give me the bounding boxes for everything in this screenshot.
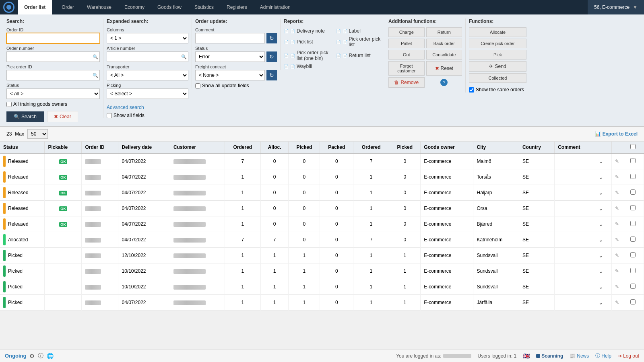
row-checkbox[interactable] [630, 237, 636, 242]
cell-checkbox[interactable] [627, 295, 644, 311]
comment-refresh-button[interactable]: ↻ [266, 33, 277, 43]
allocate-button[interactable]: Allocate [469, 27, 526, 37]
globe-icon[interactable]: 🌐 [47, 353, 54, 359]
show-same-orders-checkbox[interactable] [469, 87, 474, 93]
cell-edit[interactable]: ✎ [612, 263, 627, 279]
cell-edit[interactable]: ✎ [612, 185, 627, 201]
edit-icon[interactable]: ✎ [615, 174, 619, 180]
row-checkbox[interactable] [630, 205, 636, 210]
picking-select[interactable]: < Select > [107, 88, 188, 99]
col-ordered-1[interactable]: Ordered [225, 142, 260, 153]
pick-button[interactable]: Pick [469, 50, 526, 60]
expand-icon[interactable]: ⌄ [599, 205, 603, 212]
nav-order[interactable]: Order [60, 4, 76, 10]
return-button[interactable]: Return [426, 27, 462, 37]
back-order-button[interactable]: Back order [426, 39, 462, 48]
edit-icon[interactable]: ✎ [615, 206, 619, 211]
expand-icon[interactable]: ⌄ [599, 174, 603, 180]
col-checkbox-all[interactable] [627, 142, 644, 153]
search-button[interactable]: 🔍 Search [6, 111, 44, 122]
cell-checkbox[interactable] [627, 169, 644, 185]
cell-checkbox[interactable] [627, 248, 644, 263]
report-label-item[interactable]: 📄 📄 Label [336, 27, 382, 35]
row-checkbox[interactable] [630, 189, 636, 195]
cell-edit[interactable]: ✎ [612, 295, 627, 311]
report-pick-order-one-bin[interactable]: 📄 📄 Pick order pick list (one bin) [284, 49, 330, 62]
col-order-id[interactable]: Order ID [82, 142, 118, 153]
row-checkbox[interactable] [630, 174, 636, 179]
status-refresh-button[interactable]: ↻ [266, 51, 277, 62]
expand-icon[interactable]: ⌄ [599, 252, 603, 259]
col-picked-2[interactable]: Picked [389, 142, 421, 153]
expand-icon[interactable]: ⌄ [599, 284, 603, 290]
cell-checkbox[interactable] [627, 279, 644, 295]
remove-button[interactable]: 🗑 Remove [388, 77, 425, 88]
row-checkbox[interactable] [630, 299, 636, 304]
edit-icon[interactable]: ✎ [615, 284, 619, 290]
freight-select[interactable]: < None > [195, 70, 265, 80]
col-ordered-2[interactable]: Ordered [353, 142, 389, 153]
help-link[interactable]: ⓘ Help [595, 352, 611, 359]
advanced-search-link[interactable]: Advanced search [107, 105, 188, 110]
edit-icon[interactable]: ✎ [615, 253, 619, 258]
expand-icon[interactable]: ⌄ [599, 237, 603, 243]
nav-statistics[interactable]: Statistics [193, 4, 215, 10]
user-area[interactable]: 56, E-commerce ▼ [588, 0, 644, 14]
update-status-select[interactable]: Error [195, 51, 265, 62]
col-packed[interactable]: Packed [320, 142, 353, 153]
create-pick-order-button[interactable]: Create pick order [469, 39, 526, 48]
status-select[interactable]: < All > Released Allocated Picked Packed… [6, 88, 100, 99]
expand-icon[interactable]: ⌄ [599, 189, 603, 196]
col-status[interactable]: Status [0, 142, 45, 153]
row-checkbox[interactable] [630, 252, 636, 257]
cell-checkbox[interactable] [627, 232, 644, 248]
row-checkbox[interactable] [630, 221, 636, 226]
select-all-checkbox[interactable] [630, 144, 636, 149]
charge-button[interactable]: Charge [388, 27, 425, 37]
expand-icon[interactable]: ⌄ [599, 221, 603, 227]
cell-expand[interactable]: ⌄ [595, 185, 612, 201]
pick-order-id-input[interactable] [6, 70, 100, 80]
cell-expand[interactable]: ⌄ [595, 169, 612, 185]
collected-button[interactable]: Collected [469, 73, 526, 83]
cell-expand[interactable]: ⌄ [595, 295, 612, 311]
export-excel-button[interactable]: 📊 Export to Excel [595, 131, 638, 137]
cell-edit[interactable]: ✎ [612, 216, 627, 232]
show-all-fields-checkbox[interactable] [107, 113, 112, 118]
cell-edit[interactable]: ✎ [612, 169, 627, 185]
cell-edit[interactable]: ✎ [612, 201, 627, 216]
transporter-select[interactable]: < All > [107, 70, 188, 80]
cell-expand[interactable]: ⌄ [595, 153, 612, 169]
tab-order-list[interactable]: Order list [18, 0, 52, 14]
cell-edit[interactable]: ✎ [612, 279, 627, 295]
out-button[interactable]: Out [388, 50, 425, 60]
edit-icon[interactable]: ✎ [615, 158, 619, 164]
cell-checkbox[interactable] [627, 216, 644, 232]
edit-icon[interactable]: ✎ [615, 268, 619, 274]
freight-refresh-button[interactable]: ↻ [266, 70, 277, 80]
cell-expand[interactable]: ⌄ [595, 248, 612, 263]
col-goods-owner[interactable]: Goods owner [421, 142, 473, 153]
article-number-input[interactable] [107, 51, 188, 62]
forget-customer-button[interactable]: Forget customer [388, 61, 425, 76]
help-icon[interactable]: ? [440, 79, 448, 86]
cell-expand[interactable]: ⌄ [595, 263, 612, 279]
all-training-checkbox[interactable] [6, 102, 12, 107]
nav-administration[interactable]: Administration [258, 4, 292, 10]
order-number-input[interactable] [6, 51, 100, 62]
col-pickable[interactable]: Pickable [45, 142, 82, 153]
row-checkbox[interactable] [630, 158, 636, 163]
report-pick-order-pick-list[interactable]: 📄 📄 Pick order pick list [336, 35, 382, 48]
report-return-list[interactable]: 📄 📄 Return list [336, 49, 382, 62]
nav-economy[interactable]: Economy [123, 4, 146, 10]
nav-warehouse[interactable]: Warehouse [85, 4, 113, 10]
consolidate-button[interactable]: Consolidate [426, 50, 462, 60]
cell-edit[interactable]: ✎ [612, 232, 627, 248]
news-link[interactable]: 📰 News [570, 353, 589, 359]
cell-edit[interactable]: ✎ [612, 153, 627, 169]
scanning-link[interactable]: Scanning [536, 353, 563, 359]
columns-select[interactable]: < 1 > [107, 33, 188, 43]
cell-checkbox[interactable] [627, 185, 644, 201]
edit-icon[interactable]: ✎ [615, 190, 619, 195]
info-icon[interactable]: ⓘ [38, 352, 43, 360]
